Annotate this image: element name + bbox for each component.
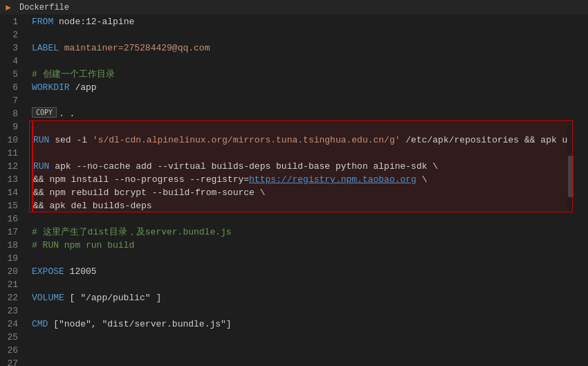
line-numbers: 1234567891011121314151617181920212223242… [0,15,29,366]
code-line [32,94,574,107]
line-number: 14 [0,186,24,199]
code-line [32,120,574,134]
code-line [32,252,574,265]
line-number: 20 [0,265,24,278]
code-line: # 创建一个工作目录 [32,68,574,81]
code-line: RUN apk --no-cache add --virtual builds-… [32,160,574,173]
code-line: FROM node:12-alpine [32,15,574,28]
code-line [32,55,574,68]
code-line: # RUN npm run build [32,239,574,252]
line-number: 27 [0,357,24,366]
editor-container: 1234567891011121314151617181920212223242… [0,15,588,366]
code-line: VOLUME [ "/app/public" ] [32,291,574,304]
code-line: && npm install --no-progress --registry=… [32,173,574,186]
line-number: 4 [0,55,24,68]
line-number: 22 [0,291,24,304]
code-line: # 这里产生了dist目录，及server.bundle.js [32,226,574,239]
line-number: 5 [0,68,24,81]
line-number: 18 [0,239,24,252]
code-line: && npm rebuild bcrypt --build-from-sourc… [32,186,574,199]
line-number: 25 [0,331,24,344]
code-line [32,357,574,366]
line-number: 11 [0,147,24,160]
line-number: 1 [0,15,24,28]
code-line: WORKDIR /app [32,81,574,94]
line-number: 2 [0,28,24,42]
line-number: 24 [0,318,24,331]
code-line: COPY . . [32,107,574,120]
file-icon: ► [6,3,15,12]
code-line [32,304,574,318]
scrollbar-thumb[interactable] [568,156,573,197]
code-line [32,344,574,357]
code-area[interactable]: FROM node:12-alpine LABEL maintainer=275… [29,15,574,366]
minimap [574,15,588,366]
line-number: 17 [0,226,24,239]
line-number: 10 [0,134,24,147]
code-line: && apk del builds-deps [32,199,574,212]
line-number: 7 [0,94,24,107]
line-number: 6 [0,81,24,94]
code-line [32,147,574,160]
line-number: 19 [0,252,24,265]
line-number: 9 [0,120,24,134]
line-number: 16 [0,212,24,226]
line-number: 26 [0,344,24,357]
code-line [32,331,574,344]
code-line: CMD ["node", "dist/server.bundle.js"] [32,318,574,331]
scrollbar-track[interactable] [567,15,574,366]
line-number: 8 [0,107,24,120]
title-bar: ► Dockerfile [0,0,588,15]
code-line [32,28,574,42]
line-number: 3 [0,42,24,55]
code-line [32,278,574,291]
filename: Dockerfile [19,3,69,12]
code-line: LABEL maintainer=275284429@qq.com [32,42,574,55]
line-number: 21 [0,278,24,291]
line-number: 12 [0,160,24,173]
code-line [32,212,574,226]
line-number: 15 [0,199,24,212]
code-line: RUN sed -i 's/dl-cdn.alpinelinux.org/mir… [32,134,574,147]
code-line: EXPOSE 12005 [32,265,574,278]
copy-button[interactable]: COPY [32,107,57,118]
line-number: 13 [0,173,24,186]
line-number: 23 [0,304,24,318]
